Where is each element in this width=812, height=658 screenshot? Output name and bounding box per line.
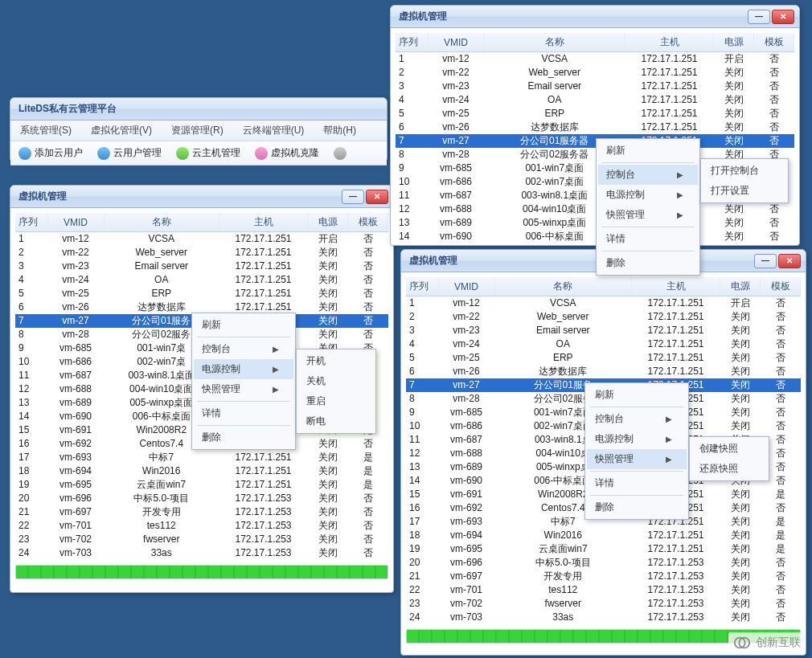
table-row[interactable]: 22vm-701tes112172.17.1.253关闭否 [406,583,801,597]
titlebar[interactable]: LiteDS私有云管理平台 [10,98,387,121]
table-row[interactable]: 24vm-70333as172.17.1.253关闭否 [406,611,801,624]
table-row[interactable]: 3vm-23Email server172.17.1.251关闭否 [396,80,794,93]
ctx-open-console[interactable]: 打开控制台 [703,161,786,181]
ctx-delete[interactable]: 删除 [587,497,687,517]
col-seq[interactable]: 序列 [15,213,47,232]
col-vmid[interactable]: VMID [428,33,484,52]
table-row[interactable]: 14vm-690006-中标桌面172.17.1.251关闭否 [396,230,794,243]
col-host[interactable]: 主机 [632,277,720,296]
table-row[interactable]: 21vm-697开发专用172.17.1.253关闭否 [406,570,801,583]
ctx-delete[interactable]: 删除 [194,427,293,448]
ctx-delete[interactable]: 删除 [598,253,698,273]
col-power[interactable]: 电源 [308,213,348,232]
ctx-refresh[interactable]: 刷新 [598,141,698,161]
col-name[interactable]: 名称 [484,33,625,52]
table-row[interactable]: 13vm-689005-winxp桌面172.17.1.251关闭否 [396,216,794,230]
table-row[interactable]: 20vm-696中标5.0-项目172.17.1.253关闭否 [406,556,801,570]
table-row[interactable]: 18vm-694Win2016172.17.1.251关闭是 [15,464,388,478]
table-row[interactable]: 3vm-23Email server172.17.1.251关闭否 [15,260,388,273]
table-row[interactable]: 4vm-24OA172.17.1.251关闭否 [396,93,794,107]
ctx-refresh[interactable]: 刷新 [194,315,293,335]
ctx-power[interactable]: 电源控制▶ [194,359,293,379]
ctx-power-start[interactable]: 开机 [298,351,374,371]
context-submenu-console[interactable]: 打开控制台 打开设置 [700,158,789,203]
table-row[interactable]: 5vm-25ERP172.17.1.251关闭否 [396,107,794,121]
col-host[interactable]: 主机 [219,213,308,232]
col-power[interactable]: 电源 [714,33,754,52]
table-row[interactable]: 6vm-26达梦数据库172.17.1.251关闭否 [396,121,794,134]
table-row[interactable]: 20vm-696中标5.0-项目172.17.1.253关闭否 [15,492,388,505]
menu-云终端管理(U)[interactable]: 云终端管理(U) [238,122,310,139]
table-row[interactable]: 7vm-27分公司01服务器172.17.1.251关闭否 [396,134,794,148]
table-row[interactable]: 5vm-25ERP172.17.1.251关闭否 [15,287,388,300]
ctx-console[interactable]: 控制台▶ [194,339,293,359]
context-menu[interactable]: 刷新 控制台▶ 电源控制▶ 快照管理▶ 详情 删除 [191,313,296,450]
table-row[interactable]: 2vm-22Web_server172.17.1.251关闭否 [406,310,801,324]
table-row[interactable]: 24vm-70333as172.17.1.253关闭否 [15,546,388,560]
menu-虚拟化管理(V)[interactable]: 虚拟化管理(V) [86,122,157,139]
menu-资源管理(R)[interactable]: 资源管理(R) [166,122,228,139]
menu-帮助(H)[interactable]: 帮助(H) [318,122,361,139]
toolbar-host-manage[interactable]: 云主机管理 [173,145,244,161]
col-template[interactable]: 模板 [761,277,801,296]
col-seq[interactable]: 序列 [406,277,438,296]
context-submenu-power[interactable]: 开机 关机 重启 断电 [296,349,376,434]
col-host[interactable]: 主机 [625,33,714,52]
ctx-power-cutoff[interactable]: 断电 [298,411,374,431]
table-row[interactable]: 12vm-688004-win10桌面172.17.1.251关闭否 [396,202,794,216]
ctx-power-restart[interactable]: 重启 [298,391,374,411]
table-row[interactable]: 22vm-701tes112172.17.1.253关闭否 [15,519,388,533]
table-row[interactable]: 19vm-695云桌面win7172.17.1.251关闭是 [406,542,801,556]
titlebar[interactable]: 虚拟机管理 — ✕ [391,6,799,28]
context-submenu-snapshot[interactable]: 创建快照 还原快照 [689,436,769,481]
minimize-button[interactable]: — [748,10,770,24]
table-row[interactable]: 19vm-695云桌面win7172.17.1.251关闭是 [15,478,388,492]
vm-table[interactable]: 序列VMID名称主机电源模板 1vm-12VCSA172.17.1.251开启否… [396,33,794,243]
table-row[interactable]: 23vm-702fwserver172.17.1.253关闭否 [406,597,801,611]
table-row[interactable]: 3vm-23Email server172.17.1.251关闭否 [406,324,801,337]
ctx-power[interactable]: 电源控制▶ [587,429,687,449]
table-row[interactable]: 2vm-22Web_server172.17.1.251关闭否 [15,246,388,260]
table-row[interactable]: 18vm-694Win2016172.17.1.251关闭是 [406,529,801,542]
ctx-refresh[interactable]: 刷新 [587,385,687,405]
table-row[interactable]: 1vm-12VCSA172.17.1.251开启否 [406,296,801,311]
ctx-console[interactable]: 控制台▶ [587,409,687,429]
toolbar-vm-clone[interactable]: 虚拟机克隆 [252,145,322,161]
col-name[interactable]: 名称 [104,213,219,232]
table-row[interactable]: 17vm-693中标7172.17.1.251关闭是 [15,451,388,464]
ctx-power[interactable]: 电源控制▶ [598,185,698,205]
table-row[interactable]: 6vm-26达梦数据库172.17.1.251关闭否 [406,365,801,378]
table-row[interactable]: 5vm-25ERP172.17.1.251关闭否 [406,351,801,365]
ctx-snapshot[interactable]: 快照管理▶ [587,449,687,469]
table-row[interactable]: 4vm-24OA172.17.1.251关闭否 [15,273,388,287]
ctx-console[interactable]: 控制台▶ [598,165,698,185]
context-menu[interactable]: 刷新 控制台▶ 电源控制▶ 快照管理▶ 详情 删除 [596,138,700,276]
table-row[interactable]: 1vm-12VCSA172.17.1.251开启否 [15,232,388,247]
ctx-snapshot[interactable]: 快照管理▶ [194,379,293,399]
ctx-detail[interactable]: 详情 [194,403,293,423]
ctx-power-stop[interactable]: 关机 [298,371,374,391]
col-template[interactable]: 模板 [754,33,794,52]
col-power[interactable]: 电源 [720,277,761,296]
ctx-detail[interactable]: 详情 [598,229,698,249]
ctx-snapshot-restore[interactable]: 还原快照 [691,459,767,479]
ctx-open-settings[interactable]: 打开设置 [703,181,786,201]
col-seq[interactable]: 序列 [396,33,428,52]
minimize-button[interactable]: — [754,254,777,268]
context-menu[interactable]: 刷新 控制台▶ 电源控制▶ 快照管理▶ 详情 删除 [584,382,689,520]
close-button[interactable]: ✕ [366,190,388,204]
close-button[interactable]: ✕ [772,10,794,24]
ctx-snapshot-create[interactable]: 创建快照 [691,439,767,459]
minimize-button[interactable]: — [342,190,364,204]
ctx-detail[interactable]: 详情 [587,473,687,493]
table-row[interactable]: 4vm-24OA172.17.1.251关闭否 [406,337,801,351]
table-row[interactable]: 21vm-697开发专用172.17.1.253关闭否 [15,505,388,519]
menu-系统管理(S)[interactable]: 系统管理(S) [15,122,76,139]
col-vmid[interactable]: VMID [47,213,104,232]
toolbar-add-user[interactable]: 添加云用户 [15,145,86,161]
toolbar-more[interactable] [330,145,350,161]
table-row[interactable]: 1vm-12VCSA172.17.1.251开启否 [396,52,794,67]
close-button[interactable]: ✕ [778,254,801,268]
ctx-snapshot[interactable]: 快照管理▶ [598,205,698,225]
col-template[interactable]: 模板 [348,213,388,232]
